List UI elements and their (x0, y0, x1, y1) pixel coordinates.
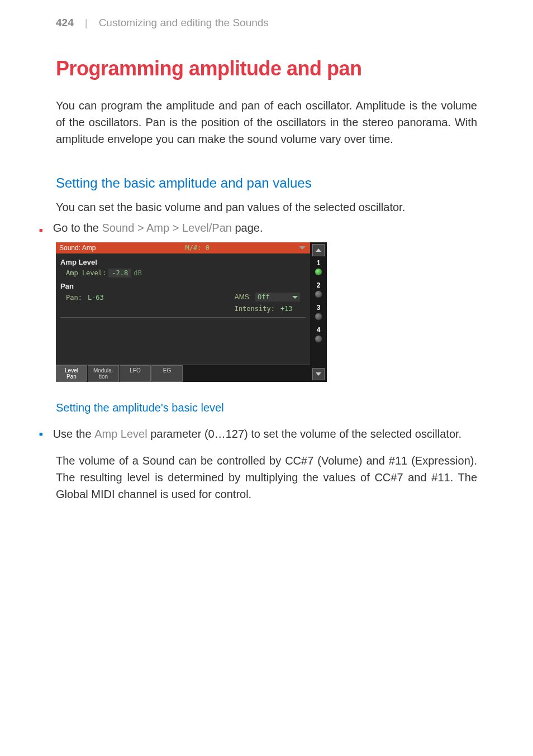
instruction-text: Use the Amp Level parameter (0…127) to s… (53, 425, 462, 442)
menu-dropdown-icon[interactable] (299, 246, 306, 250)
use-amp-instruction: ■ Use the Amp Level parameter (0…127) to… (39, 425, 477, 442)
tab-eg[interactable]: EG (151, 365, 183, 382)
page-number: 424 (56, 17, 74, 29)
header-separator: | (85, 17, 88, 29)
tab-lfo[interactable]: LFO (120, 365, 151, 382)
osc-2-led[interactable] (315, 290, 322, 298)
window-titlebar: Sound: Amp M/#: 0 (56, 242, 310, 253)
pan-group: Pan (60, 282, 306, 290)
instruction-text: Go to the Sound > Amp > Level/Pan page. (53, 222, 263, 235)
amp-level-label: Amp Level: (66, 269, 106, 277)
ams-value: Off (258, 293, 270, 301)
tab-level-pan[interactable]: Level Pan (56, 365, 87, 382)
amp-level-unit: dB (134, 269, 141, 277)
scroll-down-button[interactable] (312, 368, 325, 380)
cc-volume-paragraph: The volume of a Sound can be controlled … (56, 452, 477, 503)
amp-page-screenshot: Sound: Amp M/#: 0 Amp Level Amp Level: -… (56, 242, 327, 382)
osc-1-led[interactable] (315, 268, 322, 276)
intensity-label: Intensity: (235, 305, 275, 313)
bullet-icon: ■ (39, 227, 43, 235)
amp-level-group: Amp Level (60, 258, 306, 266)
scroll-up-button[interactable] (312, 244, 325, 256)
chevron-down-icon (292, 296, 298, 299)
osc-1-label: 1 (317, 259, 321, 267)
amp-level-value[interactable]: -2.8 (108, 269, 131, 277)
osc-4-led[interactable] (315, 335, 322, 343)
ams-label: AMS: (235, 293, 251, 301)
tab-modulation[interactable]: Modula- tion (88, 365, 119, 382)
bullet-icon: ■ (39, 430, 43, 442)
goto-instruction: ■ Go to the Sound > Amp > Level/Pan page… (39, 222, 477, 235)
page-header: 424 | Customizing and editing the Sounds (0, 0, 533, 29)
pan-label: Pan: (66, 294, 82, 302)
section-heading: Setting the basic amplitude and pan valu… (56, 175, 477, 191)
intro-paragraph: You can program the amplitude and pan of… (56, 97, 477, 147)
osc-3-led[interactable] (315, 313, 322, 320)
subsection-heading: Setting the amplitude's basic level (56, 401, 477, 414)
ams-dropdown[interactable]: Off (255, 293, 300, 302)
tab-bar: Level Pan Modula- tion LFO EG (56, 365, 310, 382)
osc-3-label: 3 (317, 304, 321, 312)
page-title: Programming amplitude and pan (56, 57, 477, 80)
osc-2-label: 2 (317, 281, 321, 289)
param-name: Amp Level (94, 428, 147, 440)
arrow-down-icon (316, 372, 321, 376)
oscillator-selector: 1 2 3 4 (310, 242, 327, 382)
window-title: Sound: Amp (59, 244, 96, 252)
section-body: You can set the basic volume and pan val… (56, 201, 477, 214)
osc-4-label: 4 (317, 326, 321, 334)
chapter-title: Customizing and editing the Sounds (99, 17, 269, 29)
intensity-value[interactable]: +13 (280, 305, 293, 313)
divider (60, 317, 306, 318)
pan-value[interactable]: L-63 (88, 294, 104, 302)
measure-indicator: M/#: 0 (96, 244, 299, 252)
arrow-up-icon (316, 248, 321, 252)
menu-path: Sound > Amp > Level/Pan (102, 222, 232, 234)
